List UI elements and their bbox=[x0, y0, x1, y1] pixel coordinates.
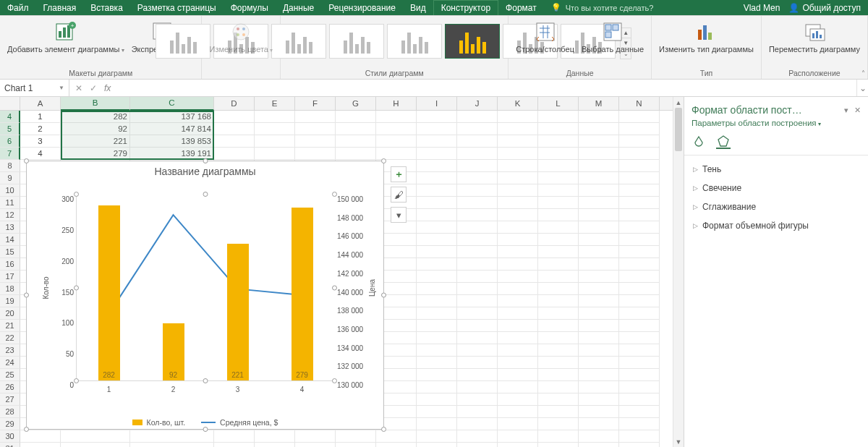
chevron-down-icon[interactable]: ▼ bbox=[59, 85, 64, 91]
col-header-H[interactable]: H bbox=[376, 97, 417, 110]
row-header[interactable]: 13 bbox=[0, 221, 20, 234]
change-chart-type-button[interactable]: Изменить тип диаграммы bbox=[658, 19, 755, 55]
cell[interactable] bbox=[130, 430, 214, 443]
cell[interactable] bbox=[538, 357, 579, 369]
cell[interactable] bbox=[619, 246, 660, 258]
cell[interactable] bbox=[579, 357, 619, 369]
cell[interactable] bbox=[417, 283, 457, 295]
embedded-chart[interactable]: Название диаграммы Кол-во Цена 050100150… bbox=[26, 161, 384, 430]
cell[interactable] bbox=[457, 393, 498, 406]
cell[interactable] bbox=[20, 430, 61, 443]
chart-title[interactable]: Название диаграммы bbox=[27, 166, 383, 177]
cell[interactable] bbox=[417, 357, 457, 369]
chart-filter-button[interactable]: ▾ bbox=[391, 207, 407, 223]
row-header[interactable]: 21 bbox=[0, 320, 20, 332]
col-header-L[interactable]: L bbox=[538, 97, 579, 110]
cell[interactable] bbox=[417, 307, 457, 320]
cell[interactable] bbox=[214, 430, 255, 443]
cell[interactable] bbox=[538, 123, 579, 135]
cell[interactable] bbox=[457, 111, 498, 123]
pane-item-softedge[interactable]: Сглаживание bbox=[689, 197, 864, 216]
cell[interactable] bbox=[538, 135, 579, 148]
fx-icon[interactable]: fx bbox=[104, 83, 111, 93]
cell[interactable] bbox=[457, 234, 498, 246]
cell[interactable] bbox=[619, 221, 660, 234]
cell[interactable] bbox=[538, 246, 579, 258]
row-header[interactable]: 8 bbox=[0, 160, 20, 172]
row-header[interactable]: 4 bbox=[0, 111, 20, 123]
cell[interactable] bbox=[619, 430, 660, 443]
column-headers[interactable]: A B C D E F G H I J K L M N bbox=[0, 97, 684, 111]
format-pane-subtitle[interactable]: Параметры области построения bbox=[692, 119, 821, 127]
cell[interactable] bbox=[417, 197, 457, 209]
chart-style-4[interactable] bbox=[329, 24, 384, 59]
cell[interactable] bbox=[579, 172, 619, 184]
cell[interactable] bbox=[538, 160, 579, 172]
select-all-corner[interactable] bbox=[0, 97, 20, 110]
cell[interactable] bbox=[498, 357, 538, 369]
cell[interactable] bbox=[579, 197, 619, 209]
cell[interactable] bbox=[255, 443, 295, 447]
cell[interactable] bbox=[538, 283, 579, 295]
cell[interactable] bbox=[498, 369, 538, 381]
cell[interactable] bbox=[457, 307, 498, 320]
cell[interactable] bbox=[538, 418, 579, 430]
cell[interactable] bbox=[538, 406, 579, 418]
pane-close-button[interactable]: ✕ bbox=[854, 106, 861, 115]
format-pane-tabs[interactable] bbox=[684, 132, 868, 156]
cell[interactable] bbox=[619, 295, 660, 307]
row-header[interactable]: 28 bbox=[0, 406, 20, 418]
cancel-formula-icon[interactable]: ✕ bbox=[75, 83, 82, 93]
cell[interactable] bbox=[579, 246, 619, 258]
pane-item-glow[interactable]: Свечение bbox=[689, 179, 864, 197]
cell[interactable] bbox=[498, 320, 538, 332]
cell[interactable] bbox=[579, 332, 619, 344]
cell[interactable] bbox=[457, 295, 498, 307]
chart-y-axis-label[interactable]: Кол-во bbox=[42, 276, 50, 299]
tab-file[interactable]: Файл bbox=[0, 0, 36, 15]
cell[interactable] bbox=[457, 148, 498, 160]
cell[interactable] bbox=[457, 443, 498, 447]
tab-design[interactable]: Конструктор bbox=[433, 0, 498, 15]
scrollbar-thumb[interactable] bbox=[675, 108, 682, 151]
scroll-down-icon[interactable]: ▼ bbox=[673, 436, 684, 447]
cell[interactable] bbox=[417, 160, 457, 172]
cell[interactable] bbox=[579, 148, 619, 160]
cell[interactable]: 282 bbox=[61, 111, 130, 123]
cell[interactable] bbox=[619, 357, 660, 369]
tab-view[interactable]: Вид bbox=[403, 0, 433, 15]
cell[interactable] bbox=[417, 393, 457, 406]
cell[interactable]: 137 168 bbox=[130, 111, 214, 123]
cell[interactable] bbox=[457, 258, 498, 271]
cell[interactable] bbox=[457, 172, 498, 184]
cell[interactable] bbox=[417, 148, 457, 160]
cell[interactable] bbox=[498, 381, 538, 393]
cell[interactable] bbox=[538, 344, 579, 357]
cell[interactable] bbox=[457, 418, 498, 430]
cell[interactable] bbox=[457, 160, 498, 172]
cell[interactable] bbox=[295, 111, 336, 123]
pane-item-shadow[interactable]: Тень bbox=[689, 160, 864, 179]
cell[interactable] bbox=[457, 357, 498, 369]
scroll-up-icon[interactable]: ▲ bbox=[673, 97, 684, 108]
cell[interactable] bbox=[579, 160, 619, 172]
cell[interactable] bbox=[619, 111, 660, 123]
cell[interactable] bbox=[538, 221, 579, 234]
cell[interactable] bbox=[619, 234, 660, 246]
cell[interactable] bbox=[579, 344, 619, 357]
cell[interactable] bbox=[498, 209, 538, 221]
cell[interactable] bbox=[538, 369, 579, 381]
cell[interactable] bbox=[619, 271, 660, 283]
cell[interactable] bbox=[295, 148, 336, 160]
cell[interactable] bbox=[417, 209, 457, 221]
cell[interactable] bbox=[538, 443, 579, 447]
cell[interactable] bbox=[417, 135, 457, 148]
col-header-N[interactable]: N bbox=[619, 97, 660, 110]
effects-tab[interactable] bbox=[716, 135, 731, 149]
pane-item-3dformat[interactable]: Формат объемной фигуры bbox=[689, 216, 864, 235]
chart-legend[interactable]: Кол-во, шт. Средняя цена, $ bbox=[27, 418, 383, 427]
tell-me-search[interactable]: 💡 Что вы хотите сделать? bbox=[544, 0, 661, 15]
enter-formula-icon[interactable]: ✓ bbox=[90, 83, 97, 93]
cell[interactable] bbox=[376, 111, 417, 123]
cell[interactable] bbox=[417, 418, 457, 430]
